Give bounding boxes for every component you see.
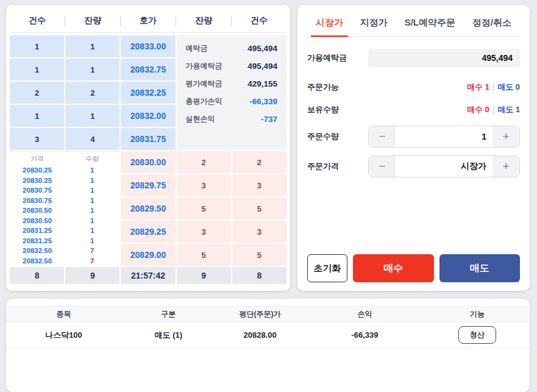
ticker-price: 20830.75 bbox=[10, 187, 65, 194]
bid-qty-cell: 2 bbox=[177, 151, 231, 173]
ask-qty-cell: 1 bbox=[65, 35, 119, 57]
ticker-row: 20830.50 1 bbox=[10, 216, 119, 226]
holding-label: 보유수량 bbox=[307, 104, 368, 115]
account-value-pnl: -66,339 bbox=[249, 97, 277, 106]
account-label: 실현손익 bbox=[186, 114, 215, 124]
order-quantity-stepper: − 1 + bbox=[368, 126, 520, 148]
orderbook-header-qty-right: 잔량 bbox=[176, 15, 231, 26]
account-label: 예탁금 bbox=[186, 43, 208, 54]
ticker-row: 20831.25 1 bbox=[10, 226, 119, 236]
orderbook-grid: 1 1 20833.00 1 1 20832.75 2 2 20832.25 1… bbox=[10, 35, 286, 284]
ask-qty-cell: 4 bbox=[65, 128, 119, 150]
ask-qty-cell: 1 bbox=[65, 59, 119, 80]
ticker-price: 20830.25 bbox=[10, 177, 65, 184]
account-value-pnl: -737 bbox=[261, 115, 277, 124]
ask-price-cell[interactable]: 20833.00 bbox=[121, 35, 175, 57]
orderable-buy: 매수 1 bbox=[467, 82, 489, 91]
quantity-plus-button[interactable]: + bbox=[493, 126, 519, 147]
holding-buy: 매수 0 bbox=[467, 105, 489, 114]
account-row: 실현손익 -737 bbox=[186, 114, 277, 124]
bid-price-cell[interactable]: 20830.00 bbox=[121, 151, 175, 173]
ticker-price: 20831.25 bbox=[10, 227, 65, 234]
holding-values: 매수 0|매도 1 bbox=[368, 104, 520, 115]
tab-limit-order[interactable]: 지정가 bbox=[355, 15, 393, 36]
ask-price-cell[interactable]: 20832.25 bbox=[121, 82, 175, 104]
tab-sl-reserved-order[interactable]: S/L예약주문 bbox=[400, 15, 460, 36]
orderbook-header-count-left: 건수 bbox=[10, 15, 65, 26]
tab-modify-cancel[interactable]: 정정/취소 bbox=[468, 15, 516, 36]
ticker-price: 20832.50 bbox=[10, 257, 65, 265]
quantity-minus-button[interactable]: − bbox=[369, 126, 396, 147]
ticker-qty: 1 bbox=[65, 207, 119, 214]
price-minus-button[interactable]: − bbox=[369, 156, 396, 177]
order-price-row: 주문가격 − 시장가 + bbox=[307, 155, 520, 177]
total-bid-count: 8 bbox=[232, 267, 286, 284]
orderbook-header-qty-left: 잔량 bbox=[65, 15, 120, 26]
available-deposit-row: 가용예탁금 495,494 bbox=[307, 49, 520, 67]
tab-market-order[interactable]: 시장가 bbox=[311, 15, 348, 37]
bid-price-cell[interactable]: 20829.25 bbox=[121, 221, 175, 243]
available-deposit-label: 가용예탁금 bbox=[307, 52, 368, 63]
price-plus-button[interactable]: + bbox=[493, 156, 519, 177]
clock: 21:57:42 bbox=[121, 267, 175, 284]
account-summary-panel: 예탁금 495,494 가용예탁금 495,494 평가예탁금 429,155 … bbox=[177, 35, 286, 150]
bid-qty-cell: 3 bbox=[177, 221, 231, 243]
order-tabs: 시장가 지정가 S/L예약주문 정정/취소 bbox=[307, 15, 520, 37]
orderable-label: 주문가능 bbox=[307, 82, 368, 93]
ticker-qty: 7 bbox=[65, 257, 119, 265]
ticker-row: 20832.50 7 bbox=[10, 246, 119, 256]
ask-price-cell[interactable]: 20832.75 bbox=[121, 59, 175, 80]
trade-ticker-panel: 가격 수량 20830.25 1 20830.25 1 20830.75 1 2… bbox=[10, 151, 119, 266]
buy-button[interactable]: 매수 bbox=[353, 254, 434, 282]
ticker-row: 20830.25 1 bbox=[10, 176, 119, 186]
bid-price-cell[interactable]: 20829.00 bbox=[121, 244, 175, 266]
available-deposit-value: 495,494 bbox=[368, 49, 520, 67]
sell-button[interactable]: 매도 bbox=[439, 254, 521, 282]
positions-panel: 종목 구분 평단(주문)가 손익 기능 나스닥100 매도 (1) 20828.… bbox=[6, 299, 530, 392]
bid-qty-cell: 3 bbox=[177, 174, 231, 196]
bid-price-cell[interactable]: 20829.50 bbox=[121, 198, 175, 219]
ticker-qty: 1 bbox=[65, 166, 119, 174]
ticker-row: 20832.50 7 bbox=[10, 256, 119, 266]
account-label: 평가예탁금 bbox=[186, 79, 222, 89]
ticker-price: 20830.50 bbox=[10, 217, 65, 224]
ask-price-cell[interactable]: 20832.00 bbox=[121, 105, 175, 127]
bid-qty-cell: 5 bbox=[177, 244, 231, 266]
quantity-value[interactable]: 1 bbox=[396, 126, 493, 147]
ask-price-cell[interactable]: 20831.75 bbox=[121, 128, 175, 150]
position-avg-price: 20828.00 bbox=[216, 330, 305, 340]
ticker-price: 20831.25 bbox=[10, 237, 65, 244]
positions-header-pnl: 손익 bbox=[305, 309, 425, 319]
account-label: 가용예탁금 bbox=[186, 61, 222, 71]
position-row: 나스닥100 매도 (1) 20828.00 -66,339 청산 bbox=[6, 323, 530, 348]
holding-row: 보유수량 매수 0|매도 1 bbox=[307, 104, 520, 115]
account-value: 495,494 bbox=[247, 62, 277, 71]
orderbook-header-count-right: 건수 bbox=[232, 15, 286, 26]
price-value[interactable]: 시장가 bbox=[396, 156, 493, 177]
ticker-qty: 1 bbox=[65, 217, 119, 224]
ticker-qty: 1 bbox=[65, 177, 119, 184]
ticker-row: 20830.75 1 bbox=[10, 185, 119, 196]
total-ask-count: 8 bbox=[10, 267, 64, 284]
position-action-cell: 청산 bbox=[425, 326, 530, 344]
order-price-stepper: − 시장가 + bbox=[368, 155, 520, 177]
positions-header-side: 구분 bbox=[121, 309, 216, 319]
position-symbol: 나스닥100 bbox=[6, 330, 121, 341]
order-actions: 초기화 매수 매도 bbox=[307, 254, 520, 282]
reset-button[interactable]: 초기화 bbox=[307, 254, 347, 282]
bid-count-cell: 2 bbox=[232, 151, 286, 173]
ticker-qty: 1 bbox=[65, 197, 119, 204]
ticker-price: 20830.50 bbox=[10, 207, 65, 214]
positions-header: 종목 구분 평단(주문)가 손익 기능 bbox=[6, 306, 530, 323]
orderbook-panel: 건수 잔량 호가 잔량 건수 1 1 20833.00 1 1 20832.75… bbox=[6, 5, 290, 291]
bid-count-cell: 5 bbox=[232, 198, 286, 219]
pair-separator: | bbox=[489, 105, 497, 114]
ask-qty-cell: 2 bbox=[65, 82, 119, 104]
bid-qty-cell: 5 bbox=[177, 198, 231, 219]
trading-page: 건수 잔량 호가 잔량 건수 1 1 20833.00 1 1 20832.75… bbox=[0, 0, 537, 392]
bid-price-cell[interactable]: 20829.75 bbox=[121, 174, 175, 196]
orderable-sell: 매도 0 bbox=[497, 82, 520, 91]
orderbook-header-price: 호가 bbox=[121, 15, 176, 26]
ticker-header: 가격 수량 bbox=[10, 152, 119, 165]
liquidate-button[interactable]: 청산 bbox=[458, 326, 496, 344]
